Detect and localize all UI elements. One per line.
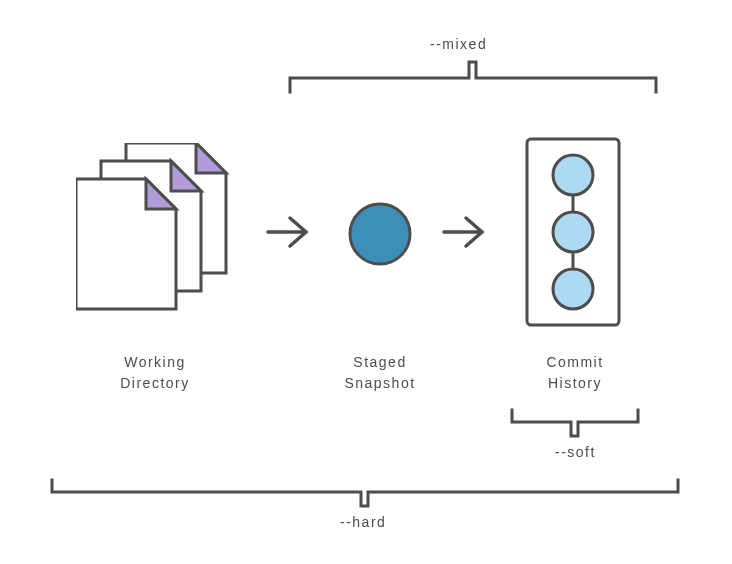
arrow-staged-to-commit	[440, 213, 490, 251]
working-directory-icon	[76, 143, 236, 313]
svg-point-10	[553, 155, 593, 195]
svg-marker-1	[196, 143, 226, 173]
bracket-soft	[510, 408, 640, 438]
working-directory-label: Working Directory	[70, 352, 240, 394]
commit-history-icon	[525, 137, 621, 327]
svg-point-12	[553, 269, 593, 309]
arrow-working-to-staged	[264, 213, 314, 251]
commit-history-label: Commit History	[500, 352, 650, 394]
flag-soft-label: --soft	[555, 444, 596, 460]
flag-mixed-label: --mixed	[430, 36, 487, 52]
svg-point-6	[350, 204, 410, 264]
bracket-mixed	[288, 60, 658, 94]
git-reset-scope-diagram: --mixed Work	[0, 0, 732, 564]
bracket-hard	[50, 478, 680, 508]
flag-hard-label: --hard	[340, 514, 386, 530]
svg-point-11	[553, 212, 593, 252]
staged-snapshot-label: Staged Snapshot	[305, 352, 455, 394]
staged-snapshot-icon	[345, 199, 415, 269]
